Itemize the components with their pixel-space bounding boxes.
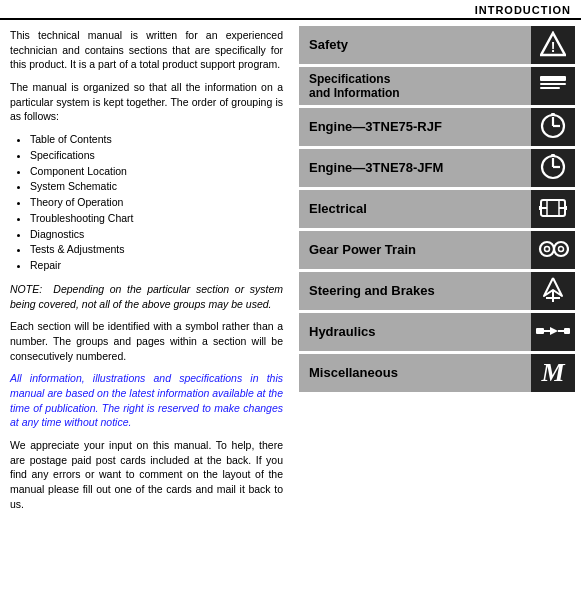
list-item: System Schematic	[30, 179, 283, 195]
nav-label-hydraulics: Hydraulics	[299, 324, 375, 340]
para-info: All information, illustrations and speci…	[10, 371, 283, 430]
header-title: INTRODUCTION	[475, 4, 571, 16]
nav-icon-box-steering	[531, 272, 575, 310]
electrical-icon	[539, 196, 567, 223]
nav-icon-box-gear	[531, 231, 575, 269]
nav-item-safety[interactable]: Safety !	[299, 26, 575, 64]
engine1-icon	[539, 112, 567, 143]
nav-item-hydraulics[interactable]: Hydraulics	[299, 313, 575, 351]
nav-icon-box-electrical	[531, 190, 575, 228]
left-column: This technical manual is written for an …	[0, 20, 295, 611]
svg-rect-8	[551, 113, 555, 116]
nav-icon-box-hydraulics	[531, 313, 575, 351]
nav-icon-box-engine2	[531, 149, 575, 187]
nav-icon-box-misc: M	[531, 354, 575, 392]
list-item: Troubleshooting Chart	[30, 211, 283, 227]
nav-icon-box-engine1	[531, 108, 575, 146]
list-item: Repair	[30, 258, 283, 274]
gear-icon	[537, 239, 569, 262]
right-column: Safety ! Specificationsand Information	[295, 20, 581, 611]
nav-item-specs[interactable]: Specificationsand Information	[299, 67, 575, 105]
para-organized: The manual is organized so that all the …	[10, 80, 283, 124]
nav-item-electrical[interactable]: Electrical	[299, 190, 575, 228]
note-text: NOTE: Depending on the particular sectio…	[10, 282, 283, 311]
para-section: Each section will be identified with a s…	[10, 319, 283, 363]
steering-icon	[540, 276, 566, 307]
misc-icon: M	[541, 360, 564, 386]
nav-label-engine1: Engine—3TNE75-RJF	[299, 119, 442, 135]
nav-label-gear: Gear Power Train	[299, 242, 416, 258]
list-item: Tests & Adjustments	[30, 242, 283, 258]
nav-item-engine2[interactable]: Engine—3TNE78-JFM	[299, 149, 575, 187]
svg-text:!: !	[551, 39, 556, 55]
svg-rect-12	[551, 154, 555, 157]
specs-icon	[538, 74, 568, 99]
svg-rect-2	[540, 76, 566, 81]
page-header: INTRODUCTION	[0, 0, 581, 20]
para-appreciate: We appreciate your input on this manual.…	[10, 438, 283, 511]
para-intro: This technical manual is written for an …	[10, 28, 283, 72]
svg-point-22	[554, 242, 568, 256]
nav-icon-box-safety: !	[531, 26, 575, 64]
nav-label-specs: Specificationsand Information	[299, 72, 400, 101]
svg-rect-3	[540, 83, 566, 85]
note-label: NOTE:	[10, 283, 53, 295]
nav-item-engine1[interactable]: Engine—3TNE75-RJF	[299, 108, 575, 146]
engine2-icon	[539, 153, 567, 184]
nav-icon-box-specs	[531, 67, 575, 105]
svg-point-20	[540, 242, 554, 256]
svg-rect-4	[540, 87, 560, 89]
warning-icon: !	[540, 31, 566, 60]
nav-label-steering: Steering and Brakes	[299, 283, 435, 299]
svg-point-23	[559, 246, 564, 251]
list-item: Specifications	[30, 148, 283, 164]
nav-label-electrical: Electrical	[299, 201, 367, 217]
svg-marker-28	[550, 327, 558, 335]
hydraulics-icon	[536, 322, 570, 342]
nav-label-misc: Miscellaneous	[299, 365, 398, 381]
nav-label-engine2: Engine—3TNE78-JFM	[299, 160, 443, 176]
list-item: Component Location	[30, 164, 283, 180]
svg-point-21	[545, 246, 550, 251]
nav-item-gear[interactable]: Gear Power Train	[299, 231, 575, 269]
nav-label-safety: Safety	[299, 37, 348, 53]
svg-rect-18	[539, 206, 542, 210]
svg-rect-30	[564, 328, 570, 334]
svg-rect-26	[536, 328, 544, 334]
nav-item-steering[interactable]: Steering and Brakes	[299, 272, 575, 310]
list-item: Table of Contents	[30, 132, 283, 148]
nav-item-misc[interactable]: Miscellaneous M	[299, 354, 575, 392]
bullet-list: Table of Contents Specifications Compone…	[30, 132, 283, 274]
list-item: Diagnostics	[30, 227, 283, 243]
list-item: Theory of Operation	[30, 195, 283, 211]
svg-rect-19	[564, 206, 567, 210]
